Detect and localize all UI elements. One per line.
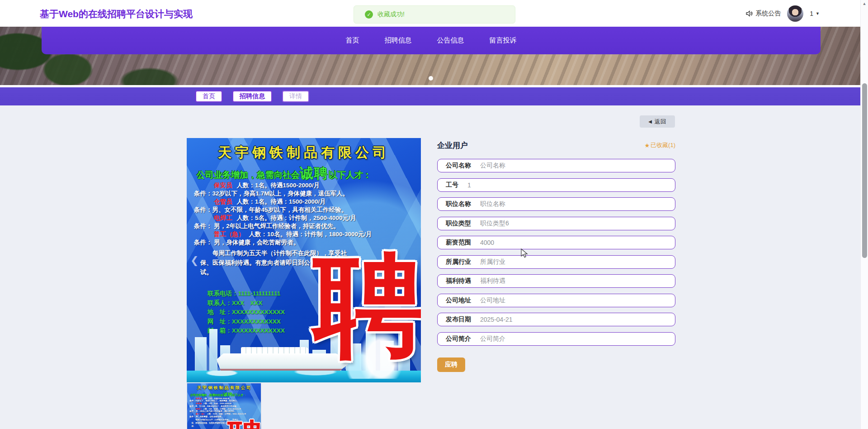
- field-label: 薪资范围: [446, 238, 471, 247]
- poster-job-head: 电焊工人数：5名。待遇：计件制，2500-4000元/月: [187, 214, 421, 222]
- detail-field[interactable]: 职位类型职位类型6: [437, 217, 675, 230]
- field-label: 福利待遇: [446, 277, 471, 285]
- star-icon: ★: [644, 142, 650, 149]
- favorite-button[interactable]: ★ 已收藏(1): [644, 141, 675, 149]
- nav-item[interactable]: 招聘信息: [385, 36, 412, 45]
- carousel-indicator-dot[interactable]: [429, 76, 433, 81]
- poster-job-info: 人数：1名。待遇1500-2000/月: [237, 182, 320, 189]
- breadcrumb-button[interactable]: 首页: [195, 91, 222, 102]
- field-label: 发布日期: [446, 315, 471, 324]
- content-area: ◀ 返回: [0, 105, 860, 429]
- header-right: 系统公告 1 ▼: [745, 0, 820, 27]
- poster-job-info: 人数：10名。待遇：计件制，1800-3000元/月: [207, 413, 246, 415]
- chevron-down-icon: ▼: [816, 11, 820, 16]
- field-value: 职位名称: [480, 200, 505, 208]
- detail-field[interactable]: 工号1: [437, 178, 675, 192]
- system-announcement-link[interactable]: 系统公告: [745, 10, 781, 18]
- scrollbar: ▲: [860, 0, 868, 429]
- back-button[interactable]: ◀ 返回: [640, 115, 675, 128]
- poster-job-head: 仓管员人数：1名。待遇：1500-2000/月: [187, 198, 421, 206]
- poster-job-name: 普工（急）: [214, 231, 245, 238]
- field-value: 公司地址: [480, 296, 505, 305]
- field-list: 公司名称公司名称工号1职位名称职位名称职位类型职位类型6薪资范围4000所属行业…: [437, 159, 675, 346]
- field-label: 公司名称: [446, 162, 471, 170]
- field-label: 工号: [446, 181, 458, 189]
- poster-job-condition: 条件： 男，2年以上电气焊工作经验者，持证者优先。: [187, 222, 421, 230]
- speaker-icon: [745, 10, 753, 17]
- poster-job-info: 人数：1名。待遇：1500-2000/月: [237, 198, 326, 205]
- breadcrumb-button[interactable]: 招聘信息: [232, 91, 272, 102]
- detail-field[interactable]: 所属行业所属行业: [437, 255, 675, 269]
- poster-job-info: 人数：5名。待遇：计件制，2500-4000元/月: [237, 214, 357, 221]
- section-title: 企业用户: [437, 140, 468, 151]
- favorite-label: 已收藏(1): [651, 141, 675, 149]
- detail-field[interactable]: 公司地址公司地址: [437, 294, 675, 307]
- poster-job-list: 保安员人数：1名。待遇1500-2000/月条件：32岁以下，身高1.7M以上，…: [187, 397, 261, 418]
- field-label: 所属行业: [446, 258, 471, 266]
- field-value: 职位类型6: [480, 219, 509, 228]
- poster: 天宇钢铁制品有限公司 公司业务增加，急需向社会诚聘以下人才： 保安员人数：1名。…: [187, 383, 261, 429]
- poster-hire-character: 聘: [313, 252, 421, 359]
- poster-subtitle: 公司业务增加，急需向社会诚聘以下人才：: [197, 164, 372, 183]
- field-label: 公司地址: [446, 296, 471, 305]
- job-poster-image[interactable]: 天宇钢铁制品有限公司 公司业务增加，急需向社会诚聘以下人才： 保安员人数：1名。…: [187, 138, 421, 382]
- field-value: 1: [467, 181, 471, 189]
- page: 基于Web的在线招聘平台设计与实现 系统公告 1 ▼ ✓ 收藏成功! 首页招聘信…: [0, 0, 868, 429]
- poster-job-head: 普工（急）人数：10名。待遇：计件制，1800-3000元/月: [187, 230, 421, 238]
- poster-job-condition: 条件：32岁以下，身高1.7M以上，身体健康，退伍军人。: [187, 190, 421, 198]
- form-header: 企业用户 ★ 已收藏(1): [437, 140, 675, 150]
- back-arrow-icon: ◀: [648, 119, 652, 124]
- poster-contact-line: 联系电话：1111-111111111: [208, 289, 285, 299]
- nav-item[interactable]: 首页: [346, 36, 359, 45]
- poster-contact-line: 地 址：XXXXXXXXXXXXX: [208, 308, 285, 317]
- banner-carousel: 首页招聘信息公告信息留言投诉: [0, 27, 860, 85]
- poster-contact-line: 网 址：XXXXXXXXXXXX: [208, 317, 285, 327]
- detail-field[interactable]: 公司名称公司名称: [437, 159, 675, 172]
- carousel-prev-arrow[interactable]: ❮: [190, 255, 198, 267]
- field-label: 职位类型: [446, 219, 471, 228]
- poster-job-info: 人数：1名。待遇：1500-2000/月: [203, 402, 231, 405]
- job-detail-form: 企业用户 ★ 已收藏(1) 公司名称公司名称工号1职位名称职位名称职位类型职位类…: [437, 140, 675, 372]
- poster-job-list: 保安员人数：1名。待遇1500-2000/月条件：32岁以下，身高1.7M以上，…: [187, 181, 421, 247]
- poster-job-name: 仓管员: [196, 402, 202, 405]
- field-value: 公司简介: [480, 335, 505, 343]
- poster-job-info: 人数：1名。待遇1500-2000/月: [203, 397, 230, 400]
- poster-job-condition: 条件：男、女不限，年龄45岁以下，具有相关工作经验。: [187, 206, 421, 214]
- apply-button[interactable]: 应聘: [437, 358, 465, 372]
- page-title: 基于Web的在线招聘平台设计与实现: [40, 8, 193, 20]
- nav-item[interactable]: 公告信息: [437, 36, 464, 45]
- field-value: 4000: [480, 239, 494, 246]
- field-label: 公司简介: [446, 335, 471, 343]
- field-value: 所属行业: [480, 258, 505, 266]
- poster-company-name: 天宇钢铁制品有限公司: [187, 143, 421, 162]
- success-toast: ✓ 收藏成功!: [354, 5, 515, 24]
- detail-field[interactable]: 职位名称职位名称: [437, 197, 675, 211]
- scrollbar-up-arrow[interactable]: ▲: [861, 1, 868, 6]
- poster-company-name: 天宇钢铁制品有限公司: [187, 385, 261, 391]
- field-value: 2025-04-21: [480, 316, 513, 323]
- detail-field[interactable]: 薪资范围4000: [437, 236, 675, 249]
- breadcrumb-button[interactable]: 详情: [282, 91, 309, 102]
- username: 1: [810, 10, 813, 17]
- field-value: 福利待遇: [480, 277, 505, 285]
- poster-contact-line: 联系人：XXX XXX: [208, 299, 285, 308]
- poster-job-name: 仓管员: [214, 198, 232, 205]
- announcement-label: 系统公告: [755, 10, 781, 18]
- poster-job-info: 人数：10名。待遇：计件制，1800-3000元/月: [249, 231, 372, 238]
- detail-field[interactable]: 福利待遇福利待遇: [437, 274, 675, 288]
- scrollbar-thumb[interactable]: [862, 83, 867, 258]
- detail-field[interactable]: 公司简介公司简介: [437, 332, 675, 346]
- avatar[interactable]: [787, 5, 803, 22]
- poster-job-name: 电焊工: [196, 408, 202, 410]
- back-label: 返回: [655, 118, 666, 126]
- detail-field[interactable]: 发布日期2025-04-21: [437, 313, 675, 326]
- poster-thumbnail-inner: 天宇钢铁制品有限公司 公司业务增加，急需向社会诚聘以下人才： 保安员人数：1名。…: [187, 383, 261, 429]
- poster-job-name: 普工（急）: [196, 413, 205, 415]
- poster-thumbnail[interactable]: 天宇钢铁制品有限公司 公司业务增加，急需向社会诚聘以下人才： 保安员人数：1名。…: [187, 383, 261, 429]
- nav-item[interactable]: 留言投诉: [490, 36, 517, 45]
- field-label: 职位名称: [446, 200, 471, 208]
- field-value: 公司名称: [480, 162, 505, 170]
- poster-job-name: 保安员: [196, 397, 202, 400]
- poster-job-head: 保安员人数：1名。待遇1500-2000/月: [187, 181, 421, 190]
- user-menu[interactable]: 1 ▼: [810, 10, 820, 17]
